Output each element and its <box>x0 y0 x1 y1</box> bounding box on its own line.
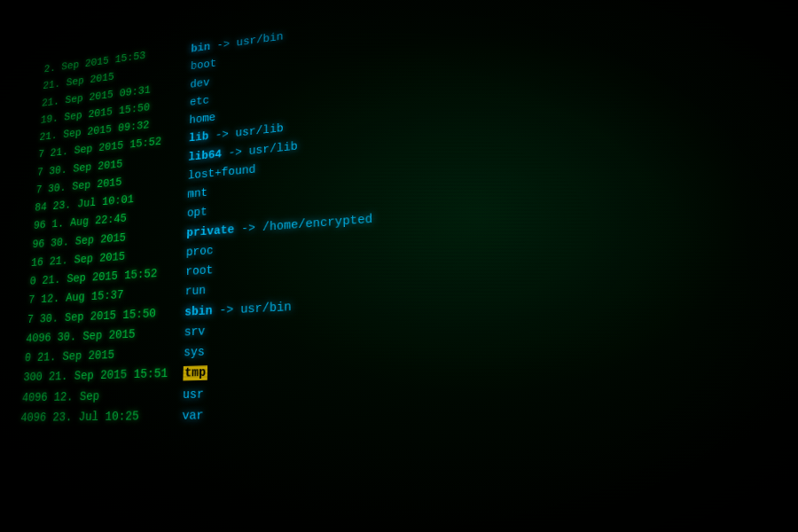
name-line: var <box>182 403 378 426</box>
name-line: usr <box>183 380 378 405</box>
date-line: 4096 23. Jul 10:25 <box>20 406 168 427</box>
date-line: 300 21. Sep 2015 15:51 <box>23 364 168 387</box>
date-line: 4096 12. Sep <box>21 385 168 407</box>
names-column: bin -> usr/binbootdevetchomelib -> usr/l… <box>182 17 378 426</box>
date-column: 2. Sep 2015 15:5321. Sep 201521. Sep 201… <box>20 43 177 428</box>
ls-output: 2. Sep 2015 15:5321. Sep 201521. Sep 201… <box>0 0 798 444</box>
terminal-content: 2. Sep 2015 15:5321. Sep 201521. Sep 201… <box>0 0 798 532</box>
terminal-window: 2. Sep 2015 15:5321. Sep 201521. Sep 201… <box>0 0 798 532</box>
